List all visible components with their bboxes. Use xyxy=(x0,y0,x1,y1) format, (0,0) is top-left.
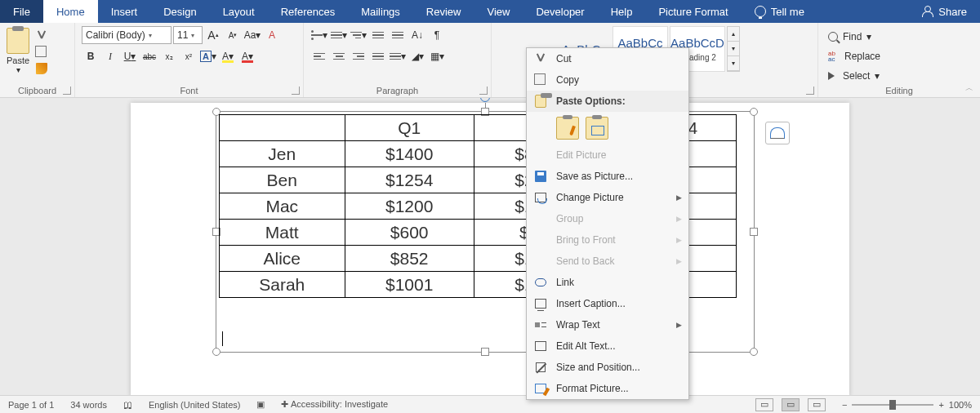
shrink-font-button[interactable]: A▾ xyxy=(224,26,242,44)
tab-help[interactable]: Help xyxy=(598,0,646,23)
paste-keep-source-button[interactable] xyxy=(556,117,579,140)
show-marks-button[interactable]: ¶ xyxy=(428,26,446,44)
subscript-button[interactable]: x₂ xyxy=(160,47,178,65)
paste-button[interactable]: Paste ▾ xyxy=(7,26,29,74)
shading-button[interactable]: ◢▾ xyxy=(408,47,426,65)
font-color-button[interactable]: A▾ xyxy=(238,47,256,65)
tell-me[interactable]: Tell me xyxy=(742,0,817,23)
tab-file[interactable]: File xyxy=(0,0,43,23)
ctx-edit-alt-text[interactable]: Edit Alt Text... xyxy=(527,335,688,357)
ctx-link[interactable]: Link xyxy=(527,272,688,293)
font-name-combo[interactable]: Calibri (Body)▾ xyxy=(82,26,172,44)
status-spell-icon[interactable]: 🕮 xyxy=(123,400,132,410)
ctx-format-picture[interactable]: Format Picture... xyxy=(527,378,688,399)
increase-indent-button[interactable] xyxy=(389,26,407,44)
format-painter-button[interactable] xyxy=(34,62,49,75)
layout-options-button[interactable] xyxy=(765,122,790,144)
resize-handle-se[interactable] xyxy=(750,348,758,356)
ctx-insert-caption[interactable]: Insert Caption... xyxy=(527,293,688,314)
font-size-combo[interactable]: 11▾ xyxy=(173,26,203,44)
tab-mailings[interactable]: Mailings xyxy=(348,0,413,23)
page[interactable]: Q1 Q2 Q4 Jen$1400$84659722 Ben$1254$2354… xyxy=(131,103,849,395)
collapse-ribbon-button[interactable]: ︿ xyxy=(965,82,973,94)
tab-layout[interactable]: Layout xyxy=(210,0,268,23)
status-macro-icon[interactable]: ▣ xyxy=(256,399,265,410)
status-words[interactable]: 34 words xyxy=(70,400,107,410)
strikethrough-button[interactable]: abc xyxy=(140,47,158,65)
read-mode-button[interactable]: ▭ xyxy=(755,398,773,411)
submenu-arrow-icon: ▶ xyxy=(676,193,682,202)
highlight-button[interactable]: A▾ xyxy=(219,47,237,65)
ctx-label: Bring to Front xyxy=(556,234,616,246)
tab-references[interactable]: References xyxy=(268,0,348,23)
ctx-cut[interactable]: Cut xyxy=(527,48,688,69)
cell: $852 xyxy=(345,246,474,272)
ctx-wrap-text[interactable]: Wrap Text▶ xyxy=(527,314,688,335)
print-layout-button[interactable]: ▭ xyxy=(782,398,800,411)
ctx-size-position[interactable]: Size and Position... xyxy=(527,357,688,378)
dialog-launcher-icon[interactable] xyxy=(63,87,71,95)
copy-icon xyxy=(37,47,47,57)
underline-button[interactable]: U▾ xyxy=(121,47,139,65)
superscript-button[interactable]: x² xyxy=(180,47,198,65)
multilevel-button[interactable]: ▾ xyxy=(350,26,368,44)
styles-scroll[interactable]: ▴▾▾ xyxy=(727,26,740,72)
justify-button[interactable] xyxy=(369,47,387,65)
tab-home[interactable]: Home xyxy=(43,0,98,23)
link-icon xyxy=(535,278,546,286)
find-label: Find xyxy=(843,31,862,42)
zoom-thumb[interactable] xyxy=(889,400,896,410)
line-spacing-button[interactable]: ▾ xyxy=(389,47,407,65)
ctx-save-as-picture[interactable]: Save as Picture... xyxy=(527,166,688,187)
select-label: Select xyxy=(843,70,870,82)
resize-handle-ne[interactable] xyxy=(750,108,758,116)
tab-developer[interactable]: Developer xyxy=(523,0,597,23)
paste-picture-button[interactable] xyxy=(586,117,608,140)
text-effects-button[interactable]: A▾ xyxy=(199,47,217,65)
replace-button[interactable]: Replace xyxy=(825,47,973,65)
bold-button[interactable]: B xyxy=(82,47,100,65)
share-button[interactable]: Share xyxy=(909,0,980,23)
dialog-launcher-icon[interactable] xyxy=(292,87,300,95)
change-case-button[interactable]: Aa▾ xyxy=(243,26,261,44)
tab-design[interactable]: Design xyxy=(150,0,209,23)
cut-button[interactable] xyxy=(34,29,49,42)
ctx-edit-picture: Edit Picture xyxy=(527,144,688,166)
tab-insert[interactable]: Insert xyxy=(98,0,151,23)
align-right-button[interactable] xyxy=(350,47,368,65)
clear-formatting-button[interactable]: A xyxy=(263,26,281,44)
cell: Jen xyxy=(220,141,345,167)
find-button[interactable]: Find▾ xyxy=(825,28,973,46)
resize-handle-s[interactable] xyxy=(481,348,489,356)
decrease-indent-button[interactable] xyxy=(369,26,387,44)
zoom-out-button[interactable]: − xyxy=(842,400,847,410)
borders-button[interactable]: ▦▾ xyxy=(428,47,446,65)
select-button[interactable]: Select▾ xyxy=(825,67,973,85)
status-accessibility[interactable]: ✚ Accessibility: Investigate xyxy=(281,399,388,410)
zoom-slider[interactable] xyxy=(852,404,933,406)
dialog-launcher-icon[interactable] xyxy=(479,87,488,95)
copy-button[interactable] xyxy=(34,46,49,59)
numbering-button[interactable]: ▾ xyxy=(330,26,348,44)
align-left-button[interactable] xyxy=(310,47,328,65)
status-page[interactable]: Page 1 of 1 xyxy=(8,400,54,410)
tab-picture-format[interactable]: Picture Format xyxy=(645,0,741,23)
zoom-in-button[interactable]: + xyxy=(938,400,943,410)
resize-handle-sw[interactable] xyxy=(212,348,220,356)
status-language[interactable]: English (United States) xyxy=(149,400,241,410)
sort-button[interactable]: A↓ xyxy=(408,26,426,44)
grow-font-button[interactable]: A▴ xyxy=(204,26,222,44)
align-center-button[interactable] xyxy=(330,47,348,65)
tab-view[interactable]: View xyxy=(474,0,523,23)
zoom-level[interactable]: 100% xyxy=(949,400,972,410)
italic-button[interactable]: I xyxy=(101,47,119,65)
bullets-button[interactable]: ▾ xyxy=(310,26,328,44)
ctx-copy[interactable]: Copy xyxy=(527,69,688,91)
ctx-paste-options xyxy=(527,112,688,144)
dialog-launcher-icon[interactable] xyxy=(806,87,814,95)
tab-review[interactable]: Review xyxy=(413,0,474,23)
rotate-handle[interactable] xyxy=(480,98,490,102)
ctx-change-picture[interactable]: Change Picture▶ xyxy=(527,187,688,208)
resize-handle-e[interactable] xyxy=(750,228,758,236)
web-layout-button[interactable]: ▭ xyxy=(808,398,826,411)
